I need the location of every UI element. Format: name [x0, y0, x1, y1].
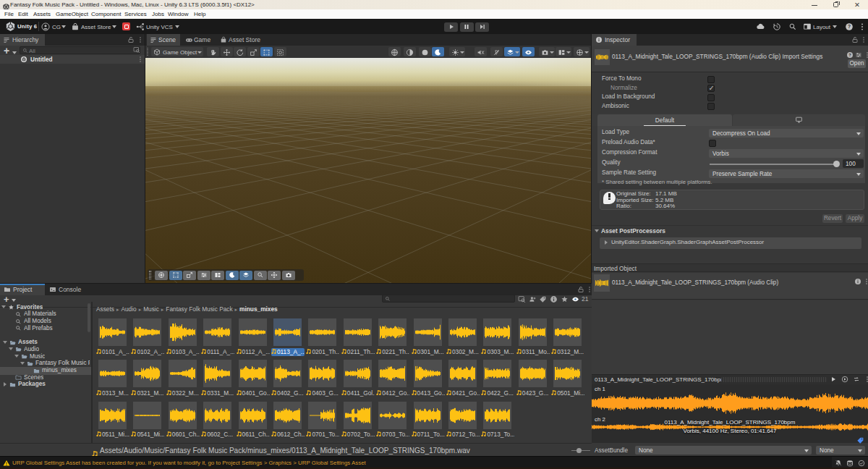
svg-text:?: ?	[848, 24, 851, 29]
